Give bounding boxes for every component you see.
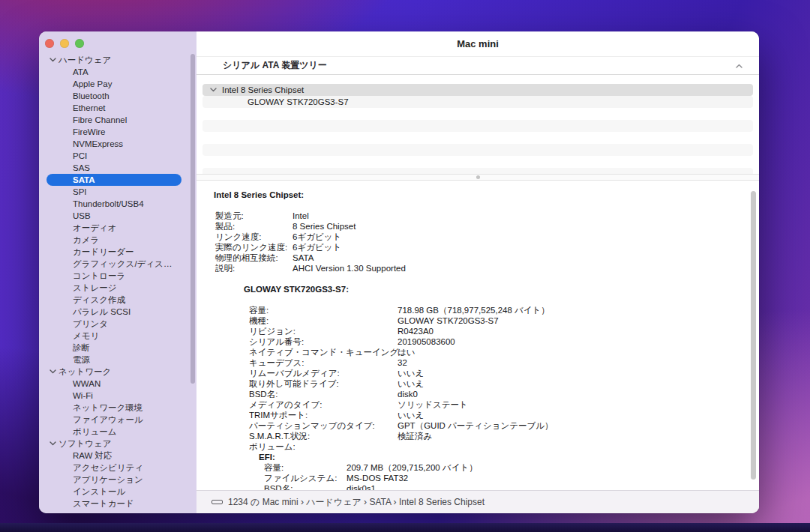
sidebar-item[interactable]: アクセシビリティ — [46, 462, 182, 474]
sidebar-item[interactable]: ネットワーク環境 — [46, 402, 182, 414]
sidebar-scrollbar[interactable] — [190, 54, 195, 384]
sidebar-item[interactable]: カメラ — [46, 234, 182, 246]
sidebar-item[interactable]: メモリ — [46, 330, 182, 342]
detail-line: 機種: GLOWAY STK720GS3-S7 — [196, 315, 759, 326]
sidebar-item[interactable]: Ethernet — [46, 102, 182, 114]
detail-line: 容量: 209.7 MB（209,715,200 バイト） — [196, 462, 759, 473]
detail-key: Intel 8 Series Chipset: — [214, 190, 304, 200]
detail-key: ファイルシステム: — [264, 473, 346, 483]
sidebar-item[interactable]: パラレル SCSI — [46, 306, 182, 318]
sidebar-item[interactable]: インストール — [46, 486, 182, 498]
sidebar-item-label: 診断 — [73, 342, 90, 354]
sidebar-item[interactable]: カードリーダー — [46, 246, 182, 258]
detail-value: GLOWAY STK720GS3-S7 — [398, 315, 499, 326]
sidebar: ハードウェア ATA Apple Pay — [39, 31, 196, 513]
sidebar-item[interactable]: Apple Pay — [46, 78, 182, 90]
sidebar-item[interactable]: グラフィックス/ディス… — [46, 258, 182, 270]
desktop-bottom-strip — [0, 523, 810, 532]
window-title: Mac mini — [457, 38, 499, 49]
sidebar-item[interactable]: コントローラ — [46, 270, 182, 282]
sidebar-item-label: アプリケーション — [73, 474, 143, 486]
main-pane: Mac mini シリアル ATA 装置ツリー Intel 8 Series C… — [196, 31, 759, 513]
detail-key: 製品: — [215, 221, 292, 232]
sidebar-item-label: Wi-Fi — [73, 391, 93, 400]
detail-key: 取り外し可能ドライブ: — [249, 378, 398, 389]
sidebar-item[interactable]: Bluetooth — [46, 90, 182, 102]
sidebar-item-label: ハードウェア — [58, 55, 111, 66]
detail-key: リムーバブルメディア: — [249, 368, 398, 378]
detail-line: リビジョン: R0423A0 — [196, 326, 759, 336]
sidebar-item[interactable]: Thunderbolt/USB4 — [46, 198, 182, 210]
section-header[interactable]: シリアル ATA 装置ツリー — [196, 56, 759, 75]
close-button[interactable] — [45, 39, 54, 48]
sidebar-item[interactable]: PCI — [46, 150, 182, 162]
chevron-down-icon[interactable] — [208, 88, 218, 92]
sidebar-item[interactable]: SPI — [46, 186, 182, 198]
sidebar-item-label: SPI — [73, 187, 87, 196]
sidebar-item-label: カメラ — [73, 235, 99, 246]
chevron-up-icon[interactable] — [732, 59, 746, 73]
sidebar-item-label: コントローラ — [73, 270, 125, 282]
status-bar: 1234 の Mac mini › ハードウェア › SATA › Intel … — [196, 490, 759, 513]
chevron-down-icon[interactable] — [46, 441, 58, 446]
sidebar-item[interactable]: ネットワーク — [46, 366, 182, 378]
sidebar-item-label: NVMExpress — [73, 139, 123, 148]
sidebar-item[interactable]: USB — [46, 210, 182, 222]
sidebar-item[interactable]: ボリューム — [46, 426, 182, 438]
detail-value: Intel — [292, 211, 309, 221]
sidebar-item-label: Thunderbolt/USB4 — [73, 199, 144, 208]
detail-value: GPT（GUID パーティションテーブル） — [398, 420, 554, 431]
sidebar-item[interactable]: 診断 — [46, 342, 182, 354]
sidebar-item[interactable]: RAW 対応 — [46, 450, 182, 462]
sidebar-item-label: ネットワーク — [58, 366, 111, 378]
sidebar-item[interactable]: FireWire — [46, 126, 182, 138]
sidebar-item[interactable]: ファイアウォール — [46, 414, 182, 426]
sidebar-item[interactable]: NVMExpress — [46, 138, 182, 150]
sidebar-item-label: ソフトウェア — [58, 438, 112, 450]
sidebar-item[interactable]: スマートカード — [46, 498, 182, 510]
minimize-button[interactable] — [60, 39, 69, 48]
device-tree-row[interactable]: GLOWAY STK720GS3-S7 — [202, 96, 753, 108]
sidebar-item[interactable]: ストレージ — [46, 282, 182, 294]
sidebar-item[interactable]: SAS — [46, 162, 182, 174]
sidebar-item[interactable]: SATA — [46, 174, 182, 186]
detail-value: ソリッドステート — [398, 399, 468, 410]
sidebar-item-label: スマートカード — [73, 498, 134, 510]
sidebar-item[interactable]: アプリケーション — [46, 474, 182, 486]
detail-key: 製造元: — [215, 211, 292, 221]
device-tree-row-label: GLOWAY STK720GS3-S7 — [248, 97, 349, 106]
chevron-down-icon[interactable] — [46, 58, 58, 62]
sidebar-item-label: ネットワーク環境 — [73, 402, 142, 414]
sidebar-item-label: ファイアウォール — [73, 414, 143, 426]
sidebar-item[interactable]: WWAN — [46, 378, 182, 390]
tree-empty-row — [202, 144, 753, 156]
details-scrollbar[interactable] — [751, 191, 756, 480]
zoom-button[interactable] — [75, 39, 84, 48]
detail-key: パーティションマップのタイプ: — [249, 420, 398, 431]
sidebar-item[interactable]: プリンタ — [46, 318, 182, 330]
sidebar-item[interactable]: 電源 — [46, 354, 182, 366]
sidebar-item[interactable]: ソフトウェア — [46, 438, 182, 450]
sidebar-item[interactable]: ディスク作成 — [46, 294, 182, 306]
chevron-down-icon[interactable] — [46, 369, 58, 374]
detail-line: 物理的相互接続: SATA — [196, 253, 759, 263]
device-tree-row[interactable]: Intel 8 Series Chipset — [202, 84, 753, 96]
sidebar-item[interactable]: Wi-Fi — [46, 390, 182, 402]
detail-line: 取り外し可能ドライブ: いいえ — [196, 378, 759, 389]
tree-empty-row — [202, 156, 753, 168]
sidebar-category-list: ハードウェア ATA Apple Pay — [39, 49, 196, 510]
sidebar-item[interactable]: オーディオ — [46, 222, 182, 234]
titlebar: Mac mini — [196, 31, 759, 56]
sidebar-item[interactable]: ATA — [46, 66, 182, 78]
sidebar-item[interactable]: Fibre Channel — [46, 114, 182, 126]
sidebar-item-label: Bluetooth — [73, 91, 110, 100]
detail-line: 製品: 8 Series Chipset — [196, 221, 759, 232]
detail-line: 製造元: Intel — [196, 211, 759, 221]
sidebar-item-label: USB — [73, 211, 91, 220]
pane-splitter[interactable] — [196, 174, 759, 181]
sidebar-item[interactable]: ハードウェア — [46, 54, 182, 66]
detail-value: SATA — [292, 253, 314, 263]
sidebar-item-label: パラレル SCSI — [73, 306, 130, 318]
detail-key: メディアのタイプ: — [249, 399, 398, 410]
detail-key: リンク速度: — [215, 232, 292, 242]
